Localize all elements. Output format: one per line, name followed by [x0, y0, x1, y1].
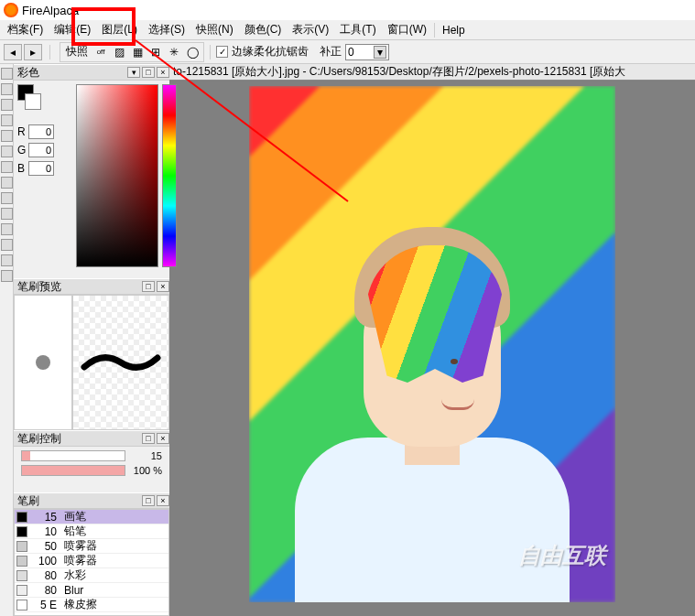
panel-dock-icon[interactable]: □ [142, 495, 155, 506]
snap-circle-button[interactable]: ◯ [184, 44, 201, 60]
brush-swatch-icon [16, 512, 27, 523]
brush-swatch-icon [16, 556, 27, 567]
brush-size-label: 80 [31, 569, 57, 582]
panel-dock-icon[interactable]: □ [142, 281, 155, 292]
antialiasing-label: 边缘柔化抗锯齿 [232, 44, 309, 59]
b-input[interactable] [28, 161, 54, 176]
eyedropper-tool[interactable] [1, 239, 13, 251]
panel-close-icon[interactable]: × [157, 433, 169, 444]
rainbow-hair [366, 245, 504, 383]
lasso-tool[interactable] [1, 192, 13, 204]
brush-size-label: 10 [31, 525, 57, 538]
brush-item[interactable]: 10铅笔 [15, 524, 168, 539]
snap-radial-button[interactable]: ✳ [166, 44, 182, 60]
snap-grid-button[interactable]: ▦ [129, 44, 146, 60]
brush-swatch-icon [16, 526, 27, 537]
menu-snap[interactable]: 快照(N) [190, 20, 239, 39]
document-tab-label: to-1215831 [原始大小].jpg - C:/Users/98153/D… [173, 64, 625, 80]
main-area: 彩色 ▾ □ × R G B [0, 64, 695, 616]
brush-name-label: 画笔 [64, 509, 86, 524]
brush-dot-icon [36, 355, 50, 370]
app-icon [4, 3, 18, 17]
correction-select[interactable]: 0 ▾ [345, 44, 389, 60]
gradient-tool[interactable] [1, 161, 13, 173]
r-label: R [17, 125, 28, 138]
menu-window[interactable]: 窗口(W) [382, 20, 432, 39]
opacity-slider[interactable] [21, 465, 125, 476]
menu-view[interactable]: 表示(V) [287, 20, 334, 39]
bucket-tool[interactable] [1, 146, 13, 157]
brush-list[interactable]: 15画笔10铅笔50喷雾器100喷雾器80水彩80Blur5 E橡皮擦 [14, 509, 169, 616]
nav-next-button[interactable]: ▸ [24, 44, 42, 60]
brush-tool[interactable] [1, 83, 13, 95]
move-tool[interactable] [1, 68, 13, 80]
brush-item[interactable]: 5 E橡皮擦 [15, 598, 168, 612]
menu-tool[interactable]: 工具(T) [334, 20, 381, 39]
brush-item[interactable]: 15画笔 [15, 510, 168, 524]
menu-help[interactable]: Help [437, 22, 471, 38]
size-value: 15 [125, 450, 162, 461]
snap-perspective-button[interactable]: ⊞ [147, 44, 164, 60]
snap-parallel-button[interactable]: ▨ [111, 44, 127, 60]
canvas-area: to-1215831 [原始大小].jpg - C:/Users/98153/D… [169, 64, 695, 616]
brush-name-label: 铅笔 [64, 524, 86, 539]
brush-name-label: 水彩 [64, 567, 86, 583]
brush-preview-header: 笔刷预览 □ × [14, 278, 169, 295]
color-panel-title: 彩色 [17, 65, 39, 81]
color-panel-header: 彩色 ▾ □ × [14, 64, 169, 81]
menu-color[interactable]: 颜色(C) [239, 20, 288, 39]
menu-layer[interactable]: 图层(L) [96, 20, 143, 39]
canvas-viewport[interactable]: 自由互联 [169, 81, 695, 616]
r-input[interactable] [28, 124, 54, 139]
wand-tool[interactable] [1, 208, 13, 220]
fill-tool[interactable] [1, 130, 13, 142]
background-swatch[interactable] [25, 93, 41, 110]
snap-off-button[interactable]: off [92, 44, 109, 60]
dot-tool[interactable] [1, 114, 13, 126]
correction-value: 0 [348, 46, 372, 59]
hand-tool[interactable] [1, 254, 13, 266]
brush-item[interactable]: 50喷雾器 [15, 539, 168, 554]
panel-dock-icon[interactable]: □ [142, 433, 155, 444]
watermark: 自由互联 [518, 541, 606, 570]
brush-control-header: 笔刷控制 □ × [14, 430, 169, 447]
brush-item[interactable]: 80水彩 [15, 568, 168, 583]
color-panel: R G B [14, 81, 169, 278]
menu-select[interactable]: 选择(S) [143, 20, 190, 39]
brush-list-header: 笔刷 □ × [14, 492, 169, 509]
menu-file[interactable]: 档案(F) [2, 20, 49, 39]
g-label: G [17, 144, 28, 157]
color-field[interactable] [76, 84, 158, 267]
panel-close-icon[interactable]: × [157, 495, 169, 506]
antialiasing-checkbox[interactable] [216, 46, 228, 58]
title-bar: FireAlpaca [0, 0, 695, 20]
tool-palette [0, 64, 14, 616]
select-tool[interactable] [1, 177, 13, 189]
size-slider-row: 15 [21, 450, 162, 461]
text-tool[interactable] [1, 223, 13, 235]
eraser-tool[interactable] [1, 99, 13, 111]
toolbar-separator [49, 45, 50, 59]
brush-preview-title: 笔刷预览 [17, 279, 61, 295]
size-slider[interactable] [21, 450, 125, 461]
panel-dock-icon[interactable]: □ [142, 67, 155, 78]
side-panels: 彩色 ▾ □ × R G B [14, 64, 169, 616]
brush-name-label: 橡皮擦 [64, 597, 97, 612]
brush-swatch-icon [16, 600, 27, 611]
correction-label: 补正 [320, 44, 342, 59]
brush-size-label: 100 [31, 555, 57, 567]
panel-menu-icon[interactable]: ▾ [127, 67, 140, 78]
g-input[interactable] [28, 143, 54, 157]
menu-edit[interactable]: 编辑(E) [49, 20, 96, 39]
brush-name-label: 喷雾器 [64, 538, 97, 554]
brush-control-panel: 15 100 % [14, 447, 169, 492]
brush-item[interactable]: 80Blur [15, 583, 168, 598]
brush-swatch-icon [16, 585, 27, 596]
nav-prev-button[interactable]: ◂ [4, 44, 22, 60]
panel-close-icon[interactable]: × [157, 281, 169, 292]
opacity-slider-row: 100 % [21, 465, 162, 476]
zoom-tool[interactable] [1, 270, 13, 282]
brush-item[interactable]: 100喷雾器 [15, 554, 168, 568]
document-tab[interactable]: to-1215831 [原始大小].jpg - C:/Users/98153/D… [169, 64, 695, 81]
panel-close-icon[interactable]: × [157, 67, 169, 78]
